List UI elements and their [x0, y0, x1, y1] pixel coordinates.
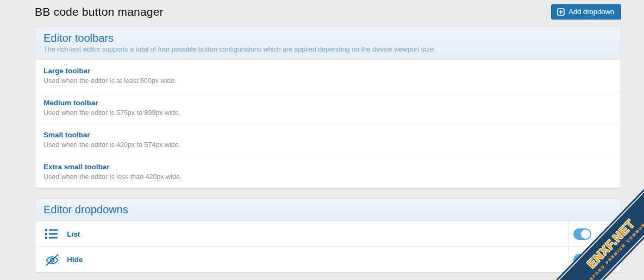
dropdown-hide-toggle-cell [569, 247, 595, 272]
editor-dropdowns-section: Editor dropdowns L [35, 199, 621, 272]
editor-dropdowns-title: Editor dropdowns [43, 203, 612, 216]
dropdown-list-controls [568, 221, 621, 246]
toggle-knob [581, 255, 590, 264]
page-header: BB code button manager Add dropdown [35, 4, 621, 20]
editor-toolbars-section: Editor toolbars The rich-text editor sup… [35, 27, 621, 188]
page-title: BB code button manager [35, 5, 164, 18]
add-plus-icon [557, 8, 565, 16]
dropdown-hide-toggle[interactable] [573, 254, 591, 265]
eye-slash-icon [35, 253, 67, 266]
toolbar-desc-medium: Used when the editor is 575px to 899px w… [43, 109, 612, 117]
dropdown-row-list-main[interactable]: List [35, 221, 568, 246]
trash-icon [603, 227, 613, 240]
dropdown-link-list[interactable]: List [67, 230, 80, 238]
editor-toolbars-description: The rich-text editor supports a total of… [43, 46, 612, 53]
trash-icon [603, 253, 613, 266]
editor-toolbars-header: Editor toolbars The rich-text editor sup… [35, 27, 621, 60]
add-dropdown-button[interactable]: Add dropdown [551, 4, 621, 20]
page: BB code button manager Add dropdown Edit… [0, 0, 644, 272]
toolbar-link-extra-small[interactable]: Extra small toolbar [43, 163, 110, 171]
toolbar-row-small[interactable]: Small toolbar Used when the editor is 42… [35, 124, 621, 156]
dropdown-hide-controls [568, 247, 621, 272]
dropdown-row-hide-main[interactable]: Hide [35, 247, 568, 272]
toggle-knob [581, 230, 590, 239]
dropdown-list-toggle[interactable] [573, 228, 591, 240]
list-icon [35, 228, 67, 240]
toolbar-row-medium[interactable]: Medium toolbar Used when the editor is 5… [35, 92, 621, 124]
dropdown-row-hide: Hide [35, 246, 621, 272]
add-dropdown-label: Add dropdown [568, 8, 614, 16]
dropdown-row-list: List [35, 221, 621, 246]
dropdown-list-toggle-cell [569, 221, 595, 246]
toolbar-desc-extra-small: Used when the editor is less than 420px … [43, 173, 612, 181]
toolbar-desc-large: Used when the editor is at least 900px w… [43, 77, 612, 85]
editor-toolbars-title: Editor toolbars [43, 32, 612, 44]
dropdown-hide-delete-button[interactable] [595, 247, 621, 272]
toolbar-link-medium[interactable]: Medium toolbar [43, 99, 98, 107]
toolbar-row-extra-small[interactable]: Extra small toolbar Used when the editor… [35, 156, 621, 188]
toolbar-link-small[interactable]: Small toolbar [43, 131, 90, 139]
editor-dropdowns-header: Editor dropdowns [35, 199, 621, 221]
dropdown-list-delete-button[interactable] [595, 221, 621, 246]
toolbar-link-large[interactable]: Large toolbar [43, 67, 90, 75]
toolbar-desc-small: Used when the editor is 420px to 574px w… [43, 141, 612, 149]
toolbar-row-large[interactable]: Large toolbar Used when the editor is at… [35, 60, 621, 92]
dropdown-link-hide[interactable]: Hide [67, 256, 83, 264]
